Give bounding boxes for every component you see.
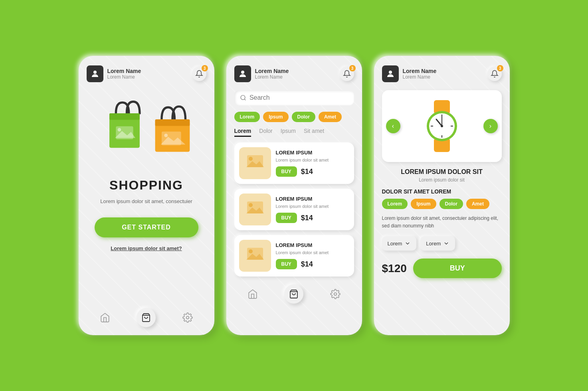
store-nav-icon-2[interactable]	[247, 289, 258, 299]
svg-point-0	[93, 71, 97, 74]
search-icon	[240, 94, 246, 101]
price-buy-row: $120 BUY	[382, 259, 502, 278]
color-chip-lorem[interactable]: Lorem	[382, 199, 408, 209]
svg-line-13	[244, 99, 245, 100]
product-detail-subtitle: Lorem ipsum dolor sit	[382, 177, 502, 183]
select-1-label: Lorem	[388, 241, 402, 247]
user-name-3: Lorem Name	[403, 68, 437, 74]
shopping-subtitle: Lorem ipsum dolor sit amet, consectuier	[100, 197, 192, 205]
product-card-3: LOREM IPSUM Lorem ipsum dolor sit amet B…	[234, 235, 354, 276]
filter-chip-amet[interactable]: Amet	[319, 112, 342, 122]
tabs-row: Lorem Dolor Ipsum Sit amet	[234, 128, 354, 137]
product-image-1	[245, 153, 265, 173]
svg-rect-6	[155, 119, 190, 126]
settings-nav-icon-1[interactable]	[182, 312, 193, 323]
big-price: $120	[382, 262, 407, 275]
svg-point-10	[186, 316, 189, 319]
product-bottom-1: BUY $14	[276, 166, 349, 177]
svg-point-22	[249, 249, 253, 253]
bottom-nav-2	[234, 284, 354, 304]
header-1: Lorem Name Lorem Name 3	[87, 65, 206, 82]
select-2[interactable]: Lorem	[420, 236, 455, 251]
price-2: $14	[301, 214, 313, 222]
buy-button-1[interactable]: BUY	[276, 166, 297, 177]
user-info-1: Lorem Name Lorem Name	[107, 68, 141, 80]
buy-button-large[interactable]: BUY	[413, 259, 502, 278]
shopping-title: SHOPPING	[109, 178, 183, 193]
screen-1: Lorem Name Lorem Name 3	[79, 56, 214, 335]
screen-2: Lorem Name Lorem Name 3 Lorem	[226, 56, 362, 335]
header-left-3: Lorem Name Lorem Name	[382, 65, 437, 82]
svg-point-8	[164, 134, 168, 137]
get-started-button[interactable]: GET STARTED	[95, 217, 198, 237]
buy-button-3[interactable]: BUY	[276, 259, 297, 269]
tab-dolor[interactable]: Dolor	[259, 128, 272, 137]
product-detail-title: LOREM IPSUM DOLOR SIT	[382, 168, 502, 176]
settings-nav-icon-2[interactable]	[330, 289, 341, 299]
product-desc-3: Lorem ipsum dolor sit amet	[276, 250, 349, 256]
product-thumb-2	[239, 194, 271, 225]
filter-chips: Lorem Ipsum Dolor Amet	[234, 112, 354, 122]
product-card-1: LOREM IPSUM Lorem ipsum dolor sit amet B…	[234, 142, 354, 184]
search-input[interactable]	[249, 94, 348, 101]
tab-sit-amet[interactable]: Sit amet	[304, 128, 324, 137]
product-image-2	[245, 199, 265, 219]
chevron-down-icon-1	[404, 240, 411, 247]
svg-point-36	[441, 125, 443, 127]
store-nav-icon-1[interactable]	[100, 312, 110, 323]
select-2-label: Lorem	[426, 241, 441, 247]
notification-badge-2: 3	[349, 65, 356, 71]
prev-arrow[interactable]: ‹	[386, 119, 400, 133]
svg-point-16	[249, 157, 253, 161]
product-hero-image: ‹ ›	[382, 90, 502, 162]
product-info-3: LOREM IPSUM Lorem ipsum dolor sit amet B…	[276, 242, 349, 269]
product-info-1: LOREM IPSUM Lorem ipsum dolor sit amet B…	[276, 150, 349, 177]
color-chip-ipsum[interactable]: Ipsum	[411, 199, 436, 209]
search-bar	[234, 90, 354, 105]
svg-point-11	[241, 71, 244, 74]
notification-bell-2[interactable]: 3	[340, 67, 354, 81]
product-description: Lorem ipsum dolor sit amet, consectuier …	[382, 215, 502, 230]
bag-nav-icon-active-2[interactable]	[284, 284, 303, 304]
notification-badge-1: 3	[202, 65, 208, 71]
selects-row: Lorem Lorem	[382, 236, 502, 251]
user-name-2: Lorem Name	[255, 68, 289, 74]
link-text[interactable]: Lorem ipsum dolor sit amet?	[111, 245, 182, 251]
product-list: LOREM IPSUM Lorem ipsum dolor sit amet B…	[234, 142, 354, 276]
notification-bell-3[interactable]: 3	[487, 67, 502, 81]
bottom-nav-1	[87, 308, 206, 327]
product-desc-2: Lorem ipsum dolor sit amet	[276, 203, 349, 209]
tab-ipsum[interactable]: Ipsum	[281, 128, 296, 137]
filter-chip-dolor[interactable]: Dolor	[292, 112, 315, 122]
svg-point-19	[249, 203, 253, 207]
filter-chip-lorem[interactable]: Lorem	[234, 112, 260, 122]
screen1-content: SHOPPING Lorem ipsum dolor sit amet, con…	[87, 178, 206, 300]
svg-point-24	[334, 293, 337, 296]
select-1[interactable]: Lorem	[382, 236, 417, 251]
product-bottom-2: BUY $14	[276, 213, 349, 223]
svg-point-4	[117, 128, 121, 132]
product-title-1: LOREM IPSUM	[276, 150, 349, 156]
bag-nav-icon-active-1[interactable]	[137, 308, 156, 327]
user-name-1: Lorem Name	[107, 68, 141, 74]
color-chip-dolor[interactable]: Dolor	[440, 199, 463, 209]
avatar-1	[87, 65, 103, 82]
product-title-3: LOREM IPSUM	[276, 242, 349, 248]
product-info-2: LOREM IPSUM Lorem ipsum dolor sit amet B…	[276, 196, 349, 223]
color-chips: Lorem Ipsum Dolor Amet	[382, 199, 502, 209]
user-sub-3: Lorem Name	[403, 74, 437, 80]
bag-orange-icon	[150, 102, 194, 154]
product-card-2: LOREM IPSUM Lorem ipsum dolor sit amet B…	[234, 189, 354, 230]
product-image-3	[245, 246, 265, 266]
screens-container: Lorem Name Lorem Name 3	[63, 40, 526, 351]
user-info-2: Lorem Name Lorem Name	[255, 68, 289, 80]
notification-bell-1[interactable]: 3	[192, 67, 206, 81]
color-chip-amet[interactable]: Amet	[466, 199, 489, 209]
user-sub-2: Lorem Name	[255, 74, 289, 80]
notification-badge-3: 3	[497, 65, 503, 71]
tab-lorem[interactable]: Lorem	[234, 128, 251, 137]
filter-chip-ipsum[interactable]: Ipsum	[263, 112, 288, 122]
next-arrow[interactable]: ›	[483, 119, 498, 133]
user-info-3: Lorem Name Lorem Name	[403, 68, 437, 80]
buy-button-2[interactable]: BUY	[276, 213, 297, 223]
